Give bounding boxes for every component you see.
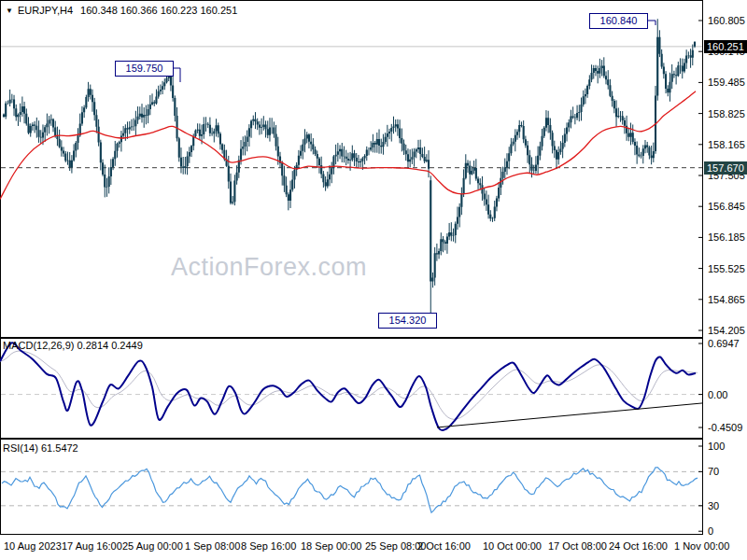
time-axis-label: 17 Aug 16:00 (62, 539, 122, 553)
price-axis-tick-label: 154.205 (708, 324, 747, 337)
time-axis-label: 2 Oct 16:00 (417, 539, 471, 553)
macd-indicator-label: MACD(12,26,9) (3, 340, 74, 351)
macd-axis-tick-label: 0.00 (708, 388, 747, 401)
time-axis-label: 1 Sep 08:00 (185, 539, 240, 553)
price-axis-tick-label: 156.185 (708, 231, 747, 244)
price-annotation-box: 160.840 (589, 13, 648, 29)
price-axis-tick-label: 154.865 (708, 293, 747, 306)
support-level-tag: 157.670 (704, 161, 747, 175)
ohlc-values: 160.348 160.366 160.223 160.251 (80, 5, 237, 16)
rsi-axis-tick-label: 0 (708, 525, 747, 538)
time-axis-label: 24 Oct 16:00 (609, 539, 668, 553)
rsi-indicator-label: RSI(14) (3, 442, 38, 454)
chart-window: ActionForex.com ▼EURJPY,H4160.348 160.36… (0, 0, 747, 560)
time-axis-label: 17 Oct 08:00 (548, 539, 607, 553)
symbol-label: EURJPY,H4 (18, 5, 73, 16)
price-annotation-box: 154.320 (378, 313, 437, 329)
chart-header: ▼EURJPY,H4160.348 160.366 160.223 160.25… (6, 5, 237, 16)
time-axis-label: 1 Nov 00:00 (674, 539, 729, 553)
price-axis-tick-label: 160.805 (708, 14, 747, 27)
macd-indicator-values: 0.2814 0.2449 (77, 340, 142, 351)
time-axis-label: 10 Aug 2023 (4, 539, 62, 553)
time-axis-label: 10 Oct 00:00 (483, 539, 542, 553)
price-axis-tick-label: 158.165 (708, 138, 747, 151)
candlestick-chart-canvas[interactable] (0, 0, 747, 560)
time-axis-label: 18 Sep 00:00 (301, 539, 361, 553)
time-axis-label: 8 Sep 16:00 (241, 539, 296, 553)
macd-pane-label: MACD(12,26,9) 0.2814 0.2449 (3, 340, 143, 351)
rsi-indicator-value: 61.5472 (41, 442, 78, 454)
current-price-tag: 160.251 (704, 40, 747, 53)
rsi-axis-tick-label: 70 (708, 465, 747, 478)
rsi-axis-tick-label: 30 (708, 499, 747, 512)
rsi-axis-tick-label: 100 (708, 440, 747, 453)
time-axis-label: 25 Aug 00:00 (122, 539, 183, 553)
price-axis-tick-label: 155.525 (708, 262, 747, 275)
price-annotation-box: 159.750 (115, 61, 174, 77)
price-axis-tick-label: 158.825 (708, 107, 747, 120)
macd-axis-tick-label: -0.4509 (708, 421, 747, 434)
symbol-dropdown-icon[interactable]: ▼ (6, 7, 13, 15)
rsi-pane-label: RSI(14) 61.5472 (3, 442, 78, 454)
price-axis-tick-label: 159.485 (708, 76, 747, 89)
price-axis-tick-label: 156.845 (708, 200, 747, 213)
macd-axis-tick-label: 0.6947 (708, 337, 747, 350)
